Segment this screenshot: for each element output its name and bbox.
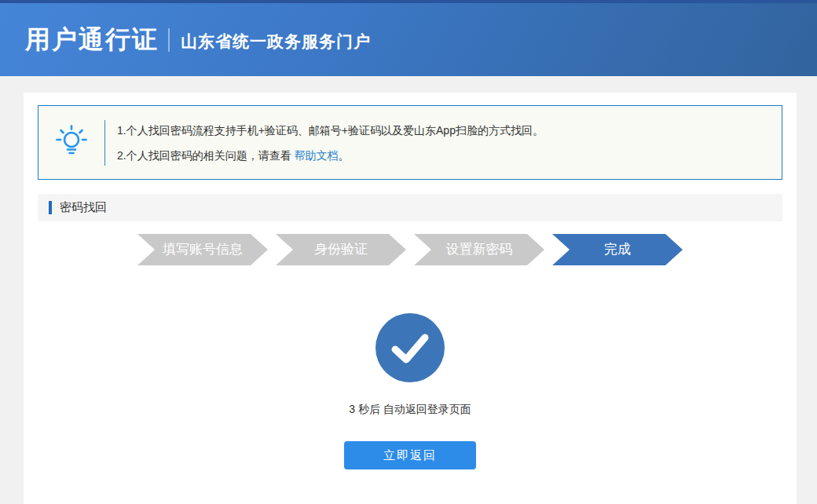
section-accent-bar — [49, 201, 52, 214]
notice-box: 1.个人找回密码流程支持手机+验证码、邮箱号+验证码以及爱山东App扫脸的方式找… — [38, 105, 782, 180]
section-bar: 密码找回 — [38, 194, 782, 221]
step-item: 身份验证 — [276, 234, 406, 265]
notice-line-2-text: 2.个人找回密码的相关问题，请查看 — [117, 149, 295, 162]
portal-subtitle: 山东省统一政务服务门户 — [181, 27, 371, 53]
help-doc-link[interactable]: 帮助文档 — [295, 149, 339, 162]
notice-line-2-suffix: 。 — [339, 149, 350, 162]
notice-text: 1.个人找回密码流程支持手机+验证码、邮箱号+验证码以及爱山东App扫脸的方式找… — [105, 118, 544, 168]
checkmark-icon — [376, 313, 445, 382]
step-item: 填写账号信息 — [137, 234, 268, 265]
notice-line-1: 1.个人找回密码流程支持手机+验证码、邮箱号+验证码以及爱山东App扫脸的方式找… — [117, 118, 544, 143]
app-title: 用户通行证 — [25, 23, 159, 57]
notice-icon-cell — [38, 123, 104, 163]
success-area: 3 秒后 自动返回登录页面 立即返回 — [24, 313, 797, 469]
app-header: 用户通行证 山东省统一政务服务门户 — [0, 0, 817, 76]
step-indicator: 填写账号信息身份验证设置新密码完成 — [24, 234, 797, 265]
return-now-button[interactable]: 立即返回 — [344, 441, 476, 469]
countdown-text: 3 秒后 自动返回登录页面 — [24, 403, 797, 417]
content-card: 1.个人找回密码流程支持手机+验证码、邮箱号+验证码以及爱山东App扫脸的方式找… — [24, 93, 797, 504]
step-item: 设置新密码 — [414, 234, 544, 265]
step-item: 完成 — [552, 234, 683, 265]
lightbulb-icon — [53, 123, 90, 163]
title-separator — [168, 28, 170, 52]
page-title: 密码找回 — [60, 200, 107, 215]
notice-line-2: 2.个人找回密码的相关问题，请查看 帮助文档。 — [117, 143, 544, 168]
